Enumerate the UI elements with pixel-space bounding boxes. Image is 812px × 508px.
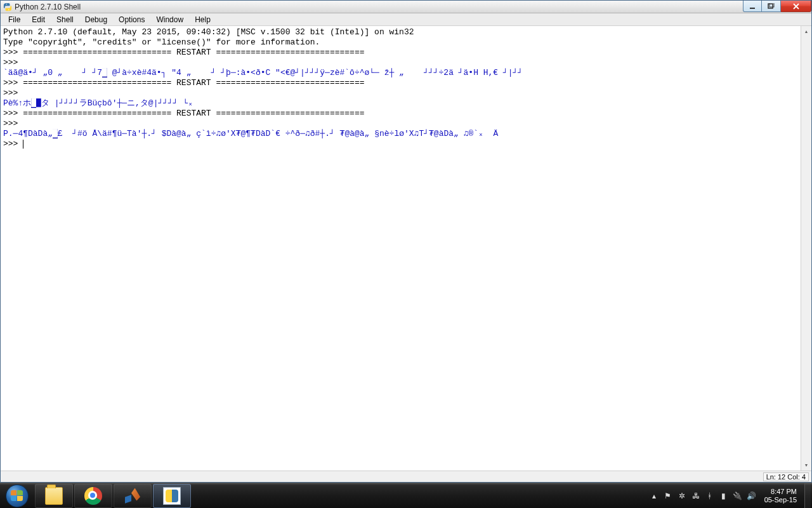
text-cursor bbox=[23, 140, 23, 149]
maximize-button[interactable] bbox=[762, 1, 781, 12]
menu-file[interactable]: File bbox=[3, 15, 25, 25]
window-controls bbox=[743, 1, 811, 12]
banner-line-1: Python 2.7.10 (default, May 23 2015, 09:… bbox=[3, 27, 414, 37]
tray-bluetooth-icon[interactable]: ᚼ bbox=[705, 491, 715, 501]
taskbar: ▴ ⚑ ✲ 🖧 ᚼ ▮ 🔌 🔊 8:47 PM 05-Sep-15 bbox=[0, 483, 812, 508]
shell-content[interactable]: Python 2.7.10 (default, May 23 2015, 09:… bbox=[1, 26, 801, 471]
hl-block: █ bbox=[102, 68, 107, 77]
matlab-icon bbox=[124, 487, 141, 505]
tray-overflow-button[interactable]: ▴ bbox=[649, 491, 659, 501]
tray-sync-icon[interactable]: ✲ bbox=[677, 491, 687, 501]
output-line-1: `äã@ä•┘ „0 „ ┘ ┘7█ @┘à÷xè#4ä•┐ ″4 „ ┘ ┘þ… bbox=[3, 68, 523, 77]
taskbar-left bbox=[0, 483, 192, 508]
folder-icon bbox=[45, 487, 63, 505]
prompt: >>> bbox=[3, 58, 23, 67]
tray-icons: ⚑ ✲ 🖧 ᚼ ▮ 🔌 🔊 bbox=[663, 491, 757, 501]
svg-point-1 bbox=[8, 9, 9, 10]
menu-help[interactable]: Help bbox=[190, 15, 216, 25]
chrome-icon bbox=[84, 487, 102, 505]
vertical-scrollbar[interactable]: ▴ ▾ bbox=[801, 26, 811, 471]
menu-options[interactable]: Options bbox=[114, 15, 150, 25]
title-left: Python 2.7.10 Shell bbox=[1, 3, 81, 11]
cursor-position: Ln: 12 Col: 4 bbox=[763, 472, 809, 481]
tray-volume-icon[interactable]: 🔊 bbox=[747, 491, 757, 501]
scroll-down-button[interactable]: ▾ bbox=[801, 460, 811, 471]
banner-line-2: Type "copyright", "credits" or "license(… bbox=[3, 37, 320, 47]
titlebar[interactable]: Python 2.7.10 Shell bbox=[1, 1, 811, 13]
statusbar: Ln: 12 Col: 4 bbox=[1, 471, 811, 482]
show-desktop-button[interactable] bbox=[804, 483, 811, 509]
tray-power-icon[interactable]: 🔌 bbox=[733, 491, 743, 501]
taskbar-app-matlab[interactable] bbox=[114, 484, 152, 508]
restart-line-2: >>> ============================== RESTA… bbox=[3, 78, 365, 88]
tray-flag-icon[interactable]: ⚑ bbox=[663, 491, 673, 501]
clock-time: 8:47 PM bbox=[764, 488, 797, 496]
menubar: File Edit Shell Debug Options Window Hel… bbox=[1, 13, 811, 26]
content-wrap: Python 2.7.10 (default, May 23 2015, 09:… bbox=[1, 26, 811, 471]
output-line-3: P.─4¶DàDà„█£ ┘#ö Å\ä#¶ü─Tà'┼.┘ $Dà@à„ ç`… bbox=[3, 129, 498, 138]
menu-window[interactable]: Window bbox=[151, 15, 188, 25]
output-line-2: Pè%↑ホ██タ |┘┘┘┘ラBüçbô'┼─ニ,タ@|┘┘┘┘ └ₓ bbox=[3, 98, 193, 108]
prompt: >>> bbox=[3, 119, 23, 128]
menu-debug[interactable]: Debug bbox=[80, 15, 112, 25]
start-button[interactable] bbox=[0, 483, 34, 509]
svg-rect-2 bbox=[750, 8, 755, 9]
svg-rect-3 bbox=[768, 4, 773, 8]
taskbar-app-idle[interactable] bbox=[153, 484, 191, 508]
taskbar-right: ▴ ⚑ ✲ 🖧 ᚼ ▮ 🔌 🔊 8:47 PM 05-Sep-15 bbox=[649, 483, 812, 508]
prompt: >>> bbox=[3, 88, 23, 98]
taskbar-app-explorer[interactable] bbox=[35, 484, 73, 508]
idle-icon bbox=[163, 487, 181, 505]
window-title: Python 2.7.10 Shell bbox=[15, 3, 81, 11]
windows-logo-icon bbox=[11, 490, 23, 502]
tray-network-icon[interactable]: 🖧 bbox=[691, 491, 701, 501]
prompt: >>> bbox=[3, 139, 23, 149]
restart-line-3: >>> ============================== RESTA… bbox=[3, 109, 365, 118]
minimize-button[interactable] bbox=[743, 1, 762, 12]
clock-date: 05-Sep-15 bbox=[764, 496, 797, 504]
app-window: Python 2.7.10 Shell File Edit Shell Debu… bbox=[0, 0, 812, 483]
python-icon bbox=[3, 3, 12, 11]
close-button[interactable] bbox=[781, 1, 811, 12]
menu-shell[interactable]: Shell bbox=[51, 15, 79, 25]
svg-point-0 bbox=[6, 3, 7, 4]
taskbar-clock[interactable]: 8:47 PM 05-Sep-15 bbox=[761, 488, 801, 504]
restart-line-1: >>> ============================== RESTA… bbox=[3, 48, 365, 57]
scroll-up-button[interactable]: ▴ bbox=[801, 26, 811, 37]
menu-edit[interactable]: Edit bbox=[27, 15, 50, 25]
tray-battery-icon[interactable]: ▮ bbox=[719, 491, 729, 501]
taskbar-app-chrome[interactable] bbox=[74, 484, 112, 508]
